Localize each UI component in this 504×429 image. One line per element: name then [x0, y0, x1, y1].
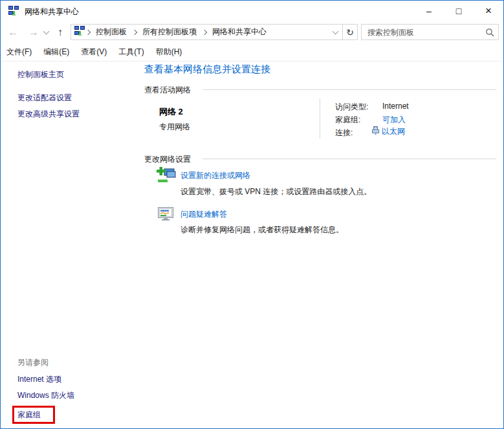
- close-button[interactable]: ×: [474, 1, 503, 21]
- breadcrumb-item-control-panel[interactable]: 控制面板: [91, 27, 131, 38]
- menu-bar: 文件(F) 编辑(E) 查看(V) 工具(T) 帮助(H): [1, 43, 503, 61]
- search-box: [361, 24, 499, 40]
- detail-label-connection: 连接:: [335, 127, 353, 138]
- address-dropdown-chevron-icon[interactable]: [328, 25, 342, 39]
- back-button[interactable]: ←: [5, 21, 21, 43]
- task-link-troubleshoot[interactable]: 问题疑难解答: [181, 209, 227, 220]
- task-desc-new-connection: 设置宽带、拨号或 VPN 连接；或设置路由器或接入点。: [181, 186, 371, 197]
- network-sharing-center-window: 网络和共享中心 – □ × ← → ↑ 控制面板: [0, 0, 504, 429]
- menu-view[interactable]: 查看(V): [81, 47, 107, 58]
- sidebar-item-change-advanced-sharing[interactable]: 更改高级共享设置: [17, 109, 80, 120]
- search-icon[interactable]: [481, 28, 498, 37]
- menu-tools[interactable]: 工具(T): [118, 47, 144, 58]
- network-name: 网络 2: [159, 106, 183, 118]
- task-desc-troubleshoot: 诊断并修复网络问题，或者获得疑难解答信息。: [181, 225, 344, 236]
- troubleshoot-icon: [158, 207, 173, 223]
- section-heading-active-networks: 查看活动网络: [144, 85, 191, 96]
- up-button[interactable]: ↑: [52, 21, 68, 43]
- page-title: 查看基本网络信息并设置连接: [144, 63, 270, 76]
- breadcrumb-separator-icon: [201, 30, 208, 34]
- window-controls: – □ ×: [414, 1, 503, 21]
- address-location-icon: [74, 26, 85, 38]
- new-connection-icon: [157, 167, 176, 186]
- titlebar: 网络和共享中心 – □ ×: [1, 1, 503, 21]
- detail-label-access-type: 访问类型:: [335, 102, 368, 113]
- homegroup-join-link[interactable]: 可加入: [382, 115, 406, 126]
- breadcrumb-separator-icon: [131, 30, 138, 34]
- network-sharing-center-icon: [8, 6, 19, 18]
- ethernet-link[interactable]: 以太网: [382, 126, 405, 137]
- detail-label-homegroup: 家庭组:: [335, 115, 360, 126]
- active-network-divider: [320, 98, 320, 138]
- recent-pages-chevron-icon[interactable]: [41, 21, 51, 43]
- see-also-heading: 另请参阅: [17, 357, 49, 368]
- sidebar-item-control-panel-home[interactable]: 控制面板主页: [17, 69, 64, 80]
- address-bar[interactable]: 控制面板 所有控制面板项 网络和共享中心 ↻: [71, 24, 358, 40]
- ethernet-icon: [372, 126, 379, 137]
- breadcrumb: 控制面板 所有控制面板项 网络和共享中心: [85, 27, 328, 38]
- section-rule: [203, 89, 496, 90]
- detail-value-access-type: Internet: [382, 102, 409, 111]
- window-title: 网络和共享中心: [25, 6, 79, 17]
- link-windows-firewall[interactable]: Windows 防火墙: [17, 390, 74, 401]
- link-internet-options[interactable]: Internet 选项: [17, 374, 61, 385]
- maximize-button[interactable]: □: [444, 1, 474, 21]
- breadcrumb-item-network-sharing[interactable]: 网络和共享中心: [208, 27, 271, 38]
- section-heading-change-settings: 更改网络设置: [144, 154, 191, 165]
- sidebar-item-change-adapter-settings[interactable]: 更改适配器设置: [17, 93, 72, 104]
- task-link-new-connection[interactable]: 设置新的连接或网络: [181, 170, 250, 181]
- section-rule: [203, 159, 496, 159]
- menu-file[interactable]: 文件(F): [6, 47, 32, 58]
- network-profile: 专用网络: [159, 122, 190, 133]
- minimize-button[interactable]: –: [414, 1, 444, 21]
- navigation-toolbar: ← → ↑ 控制面板 所有控制面板项 网络和共享中心: [1, 21, 503, 43]
- menu-help[interactable]: 帮助(H): [156, 47, 182, 58]
- forward-button[interactable]: →: [25, 21, 42, 43]
- highlight-box: [12, 406, 55, 424]
- breadcrumb-item-all-items[interactable]: 所有控制面板项: [138, 27, 201, 38]
- search-input[interactable]: [362, 28, 481, 37]
- menu-edit[interactable]: 编辑(E): [43, 47, 69, 58]
- refresh-button[interactable]: ↻: [342, 25, 357, 39]
- breadcrumb-separator-icon: [85, 30, 91, 34]
